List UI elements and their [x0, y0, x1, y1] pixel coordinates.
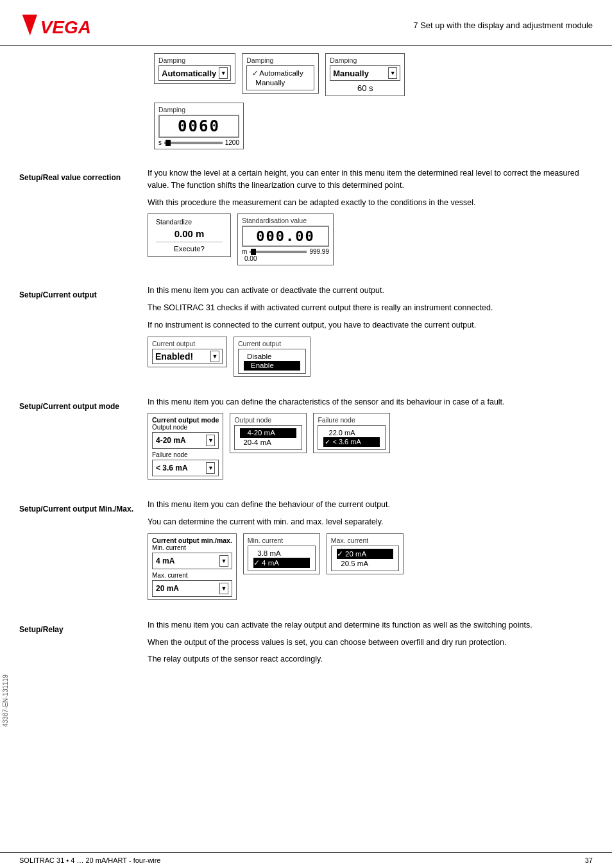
com-output-arrow[interactable]: ▼: [206, 435, 215, 446]
comm-widgets: Current output min./max. Min. current 4 …: [148, 533, 593, 600]
std-val-max: 999.99: [309, 248, 329, 255]
svg-marker-0: [22, 15, 37, 36]
side-label: 43387-EN-131119: [2, 674, 9, 727]
left-margin: [19, 53, 148, 167]
comm-desc1: In this menu item you can define the beh…: [148, 499, 593, 511]
relay-desc1: In this menu item you can activate the r…: [148, 619, 593, 631]
min-current-label: Min. current: [248, 537, 316, 544]
std-value: 0.00 m: [156, 228, 223, 239]
damping-auto-arrow[interactable]: ▼: [219, 67, 228, 79]
comm-desc2: You can determine the current with min. …: [148, 516, 593, 528]
output-node-popup: ✓4-20 mA 20-4 mA: [234, 425, 302, 450]
current-output-widgets: Current output Enabled! ▼ Current output…: [148, 337, 593, 377]
current-output-desc3: If no instrument is connected to the cur…: [148, 319, 593, 331]
co-popup: Disable ✓Enable: [238, 349, 306, 374]
min-3-8ma-item[interactable]: 3.8 mA: [253, 549, 310, 558]
current-output-desc2: The SOLITRAC 31 checks if with activated…: [148, 302, 593, 314]
damping-max: 1200: [225, 139, 239, 146]
comm-min-arrow[interactable]: ▼: [219, 555, 228, 567]
real-value-content: If you know the level at a certain heigh…: [148, 167, 593, 272]
std-execute[interactable]: Execute?: [156, 245, 223, 253]
com-output-dd[interactable]: 4-20 mA ▼: [152, 432, 219, 449]
failure-3-6ma-check: ✓: [325, 438, 332, 446]
footer: SOLITRAC 31 • 4 … 20 mA/HART - four-wire…: [0, 852, 612, 868]
com-node-sub1: Output node: [152, 424, 219, 431]
min-4ma-item[interactable]: ✓ 4 mA: [253, 558, 310, 568]
standardize-box: Standardize 0.00 m Execute?: [148, 213, 231, 257]
co-enabled-arrow[interactable]: ▼: [210, 351, 219, 362]
failure-node-label: Failure node: [318, 416, 386, 424]
comm-min-dd[interactable]: 4 mA ▼: [152, 553, 232, 569]
failure-22ma-item[interactable]: 22.0 mA: [323, 428, 380, 437]
comm-content: In this menu item you can define the beh…: [148, 499, 593, 606]
damping-slider[interactable]: [164, 142, 223, 144]
com-failure-arrow[interactable]: ▼: [206, 462, 215, 474]
real-value-widgets: Standardize 0.00 m Execute? Standardisat…: [148, 213, 593, 265]
output-20-4-item[interactable]: 20-4 mA: [240, 438, 296, 447]
com-failure-val: < 3.6 mA: [156, 463, 188, 472]
com-label: Setup/Current output mode: [19, 396, 135, 412]
damping-section: Damping Automatically ▼ Damping ✓Automat…: [154, 53, 593, 149]
damping-widget4: Damping 0060 s 1200: [154, 103, 244, 149]
max-20ma-item[interactable]: ✓ 20 mA: [337, 549, 393, 559]
std-val-min-label: 0.00: [244, 255, 257, 262]
std-val-unit: m: [242, 248, 247, 255]
std-label: Standardize: [156, 218, 223, 226]
footer-page: 37: [585, 856, 593, 864]
min-4ma-check: ✓: [253, 559, 262, 567]
co-widget2-label: Current output: [238, 340, 306, 347]
current-output-popup-box: Current output Disable ✓Enable: [234, 337, 310, 377]
auto-check-icon: ✓: [252, 69, 258, 77]
comm-settings-box: Current output min./max. Min. current 4 …: [148, 533, 237, 600]
min-current-popup-box: Min. current 3.8 mA ✓ 4 mA: [243, 533, 320, 574]
comm-min-sub: Min. current: [152, 544, 232, 551]
failure-node-popup: 22.0 mA ✓ < 3.6 mA: [318, 425, 386, 450]
com-failure-dd[interactable]: < 3.6 mA ▼: [152, 460, 219, 476]
std-val-thumb: [251, 249, 256, 255]
current-output-enabled-box: Current output Enabled! ▼: [148, 337, 227, 367]
max-20-5ma-item[interactable]: 20.5 mA: [337, 559, 393, 568]
output-4-20-item[interactable]: ✓4-20 mA: [240, 428, 296, 438]
damping-popup-item-manual[interactable]: Manually: [252, 78, 309, 87]
current-output-mode-row: Setup/Current output mode In this menu i…: [19, 396, 593, 487]
failure-3-6ma-item[interactable]: ✓ < 3.6 mA: [323, 437, 380, 447]
svg-text:VEGA: VEGA: [40, 17, 91, 37]
co-disable-item[interactable]: Disable: [244, 352, 300, 361]
current-output-label-col: Setup/Current output: [19, 285, 148, 383]
current-output-label: Setup/Current output: [19, 285, 135, 301]
std-val-slider[interactable]: [250, 251, 307, 253]
com-node-label: Current output mode: [152, 416, 219, 424]
com-desc1: In this menu item you can define the cha…: [148, 396, 593, 408]
page-container: VEGA 7 Set up with the display and adjus…: [0, 0, 612, 868]
comm-label-col: Setup/Current output Min./Max.: [19, 499, 148, 606]
failure-node-popup-box: Failure node 22.0 mA ✓ < 3.6 mA: [313, 413, 390, 453]
relay-content: In this menu item you can activate the r…: [148, 619, 593, 671]
manual-check-icon: [252, 79, 254, 87]
com-content: In this menu item you can define the cha…: [148, 396, 593, 487]
co-enable-check: ✓: [244, 362, 250, 369]
max-current-popup-box: Max. current ✓ 20 mA 20.5 mA: [327, 533, 404, 574]
comm-max-arrow[interactable]: ▼: [219, 583, 228, 594]
sections-container: Setup/Real value correction If you know …: [0, 167, 612, 671]
damping-manually-dropdown[interactable]: Manually ▼: [330, 65, 400, 81]
footer-left: SOLITRAC 31 • 4 … 20 mA/HART - four-wire: [19, 856, 160, 864]
real-value-desc2: With this procedure the measurement can …: [148, 197, 593, 209]
relay-label-col: Setup/Relay: [19, 619, 148, 671]
damping-popup-item-auto[interactable]: ✓Automatically: [252, 69, 309, 78]
com-output-val: 4-20 mA: [156, 436, 186, 445]
damping-manually-value: Manually: [333, 69, 369, 78]
real-value-row: Setup/Real value correction If you know …: [19, 167, 593, 272]
relay-desc3: The relay outputs of the sensor react ac…: [148, 653, 593, 665]
comm-max-val: 20 mA: [156, 584, 179, 593]
co-enable-item[interactable]: ✓Enable: [244, 361, 300, 371]
damping-manually-arrow[interactable]: ▼: [388, 67, 397, 79]
com-label-col: Setup/Current output mode: [19, 396, 148, 487]
output-node-popup-box: Output node ✓4-20 mA 20-4 mA: [230, 413, 307, 453]
max-current-label: Max. current: [331, 537, 399, 544]
co-enabled-dropdown[interactable]: Enabled! ▼: [152, 349, 223, 364]
damping-widget1: Damping Automatically ▼: [154, 53, 235, 84]
real-value-desc1: If you know the level at a certain heigh…: [148, 167, 593, 192]
comm-max-dd[interactable]: 20 mA ▼: [152, 580, 232, 597]
damping-auto-dropdown[interactable]: Automatically ▼: [158, 65, 231, 81]
damping-unit: s: [158, 139, 162, 146]
